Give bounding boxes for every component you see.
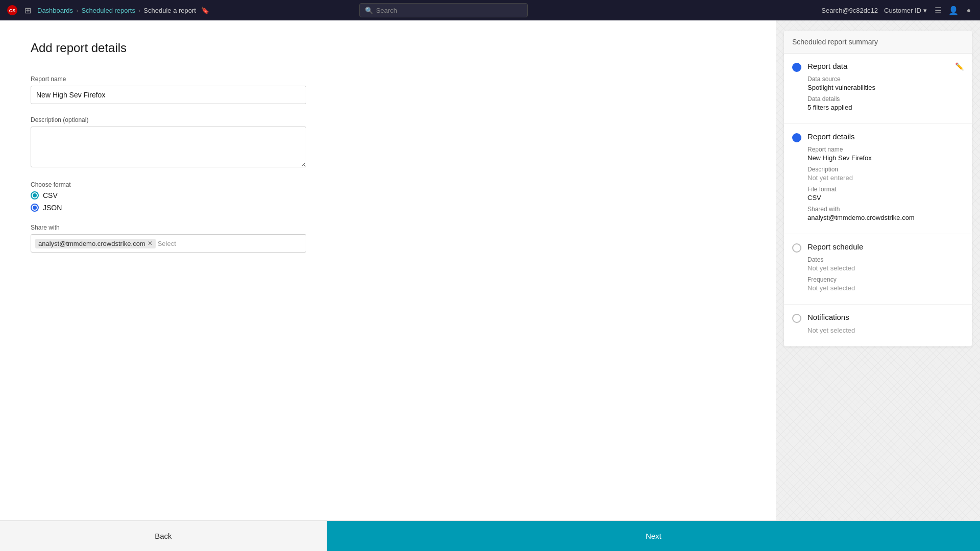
search-label: Search — [376, 7, 397, 14]
schedule-dates-label: Dates — [807, 256, 964, 263]
bookmark-icon[interactable]: 🔖 — [201, 7, 209, 14]
summary-report-data-content: Report data ✏️ Data source Spotlight vul… — [807, 62, 964, 115]
summary-report-schedule: Report schedule Dates Not yet selected F… — [784, 234, 972, 305]
summary-notifications: Notifications Not yet selected — [784, 305, 972, 346]
topnav-right: Search@9c82dc12 Customer ID ▾ ☰ 👤 ● — [821, 5, 974, 15]
breadcrumb-current: Schedule a report — [143, 7, 196, 14]
report-name-group: Report name — [31, 76, 745, 104]
summary-notifications-title: Notifications — [807, 313, 964, 321]
step-circle-schedule — [792, 243, 801, 253]
report-details-title-label: Report details — [807, 132, 855, 141]
data-details-field: Data details 5 filters applied — [807, 95, 964, 111]
report-name-label: Report name — [31, 76, 745, 83]
avatar-icon[interactable]: ● — [964, 5, 974, 15]
data-source-value: Spotlight vulnerabilities — [807, 84, 964, 91]
breadcrumb-scheduled-reports[interactable]: Scheduled reports — [81, 7, 135, 14]
share-field[interactable]: analyst@tmmdemo.crowdstrike.com ✕ Select — [31, 234, 306, 253]
report-data-edit-icon[interactable]: ✏️ — [955, 62, 964, 70]
customer-id-dropdown[interactable]: Customer ID ▾ — [884, 7, 927, 14]
schedule-frequency-field: Frequency Not yet selected — [807, 276, 964, 292]
share-with-label: Share with — [31, 224, 745, 231]
json-label: JSON — [43, 204, 62, 212]
detail-description-field: Description Not yet entered — [807, 166, 964, 182]
detail-report-name-label: Report name — [807, 146, 964, 153]
summary-report-data: Report data ✏️ Data source Spotlight vul… — [784, 54, 972, 124]
search-bar[interactable]: 🔍 Search — [359, 3, 528, 17]
json-radio-circle — [31, 204, 39, 212]
detail-report-name-field: Report name New High Sev Firefox — [807, 146, 964, 162]
summary-report-data-title: Report data ✏️ — [807, 62, 964, 70]
back-button[interactable]: Back — [0, 521, 327, 551]
format-json-option[interactable]: JSON — [31, 204, 745, 212]
data-details-label: Data details — [807, 95, 964, 103]
share-tag: analyst@tmmdemo.crowdstrike.com ✕ — [35, 239, 156, 248]
data-source-label: Data source — [807, 76, 964, 83]
format-csv-option[interactable]: CSV — [31, 191, 745, 199]
grid-icon[interactable]: ⊞ — [24, 6, 31, 15]
schedule-title-label: Report schedule — [807, 242, 863, 251]
user-id: Search@9c82dc12 — [821, 7, 878, 14]
detail-report-name-value: New High Sev Firefox — [807, 154, 964, 162]
share-tag-remove[interactable]: ✕ — [148, 240, 153, 247]
user-icon[interactable]: 👤 — [948, 5, 959, 15]
description-label: Description (optional) — [31, 116, 745, 123]
customer-id-chevron: ▾ — [923, 7, 927, 14]
description-textarea[interactable] — [31, 127, 306, 167]
format-group: Choose format CSV JSON — [31, 181, 745, 212]
detail-description-value: Not yet entered — [807, 174, 964, 182]
share-placeholder: Select — [158, 240, 176, 247]
topnav-icons: ☰ 👤 ● — [933, 5, 974, 15]
summary-header: Scheduled report summary — [784, 31, 972, 54]
main-content: Add report details Report name Descripti… — [0, 20, 980, 520]
menu-icon[interactable]: ☰ — [933, 5, 943, 15]
schedule-dates-value: Not yet selected — [807, 264, 964, 272]
schedule-frequency-value: Not yet selected — [807, 284, 964, 292]
breadcrumb-sep-1: › — [76, 7, 78, 14]
csv-label: CSV — [43, 191, 58, 199]
summary-report-details-content: Report details Report name New High Sev … — [807, 132, 964, 226]
breadcrumb-sep-2: › — [138, 7, 140, 14]
page-title: Add report details — [31, 41, 745, 55]
summary-notifications-content: Notifications Not yet selected — [807, 313, 964, 338]
detail-file-format-label: File format — [807, 186, 964, 193]
notifications-value: Not yet selected — [807, 327, 964, 334]
summary-report-details: Report details Report name New High Sev … — [784, 124, 972, 234]
detail-description-label: Description — [807, 166, 964, 173]
share-email: analyst@tmmdemo.crowdstrike.com — [38, 240, 145, 247]
breadcrumb: Dashboards › Scheduled reports › Schedul… — [37, 7, 209, 14]
summary-schedule-content: Report schedule Dates Not yet selected F… — [807, 242, 964, 296]
detail-shared-with-label: Shared with — [807, 206, 964, 213]
summary-card: Scheduled report summary Report data ✏️ … — [784, 31, 972, 346]
top-navigation: CS ⊞ Dashboards › Scheduled reports › Sc… — [0, 0, 980, 20]
step-circle-report-details — [792, 133, 801, 142]
search-icon: 🔍 — [365, 7, 373, 14]
detail-file-format-value: CSV — [807, 194, 964, 202]
svg-text:CS: CS — [9, 8, 16, 13]
report-data-title-label: Report data — [807, 62, 847, 70]
share-with-group: Share with analyst@tmmdemo.crowdstrike.c… — [31, 224, 745, 253]
right-panel: Scheduled report summary Report data ✏️ … — [776, 20, 980, 520]
notifications-title-label: Notifications — [807, 313, 849, 321]
step-circle-notifications — [792, 314, 801, 323]
notifications-value-field: Not yet selected — [807, 327, 964, 334]
breadcrumb-dashboards[interactable]: Dashboards — [37, 7, 73, 14]
step-circle-report-data — [792, 63, 801, 72]
left-panel: Add report details Report name Descripti… — [0, 20, 776, 520]
logo-icon: CS — [6, 4, 18, 16]
customer-id-label: Customer ID — [884, 7, 921, 14]
detail-file-format-field: File format CSV — [807, 186, 964, 202]
data-details-value: 5 filters applied — [807, 104, 964, 111]
data-source-field: Data source Spotlight vulnerabilities — [807, 76, 964, 91]
report-name-input[interactable] — [31, 86, 306, 104]
schedule-dates-field: Dates Not yet selected — [807, 256, 964, 272]
next-button[interactable]: Next — [327, 521, 980, 551]
schedule-frequency-label: Frequency — [807, 276, 964, 283]
csv-radio-circle — [31, 191, 39, 199]
description-group: Description (optional) — [31, 116, 745, 169]
format-label: Choose format — [31, 181, 745, 188]
bottom-bar: Back Next — [0, 520, 980, 551]
detail-shared-with-value: analyst@tmmdemo.crowdstrike.com — [807, 214, 964, 221]
format-radio-group: CSV JSON — [31, 191, 745, 212]
summary-report-details-title: Report details — [807, 132, 964, 141]
summary-schedule-title: Report schedule — [807, 242, 964, 251]
